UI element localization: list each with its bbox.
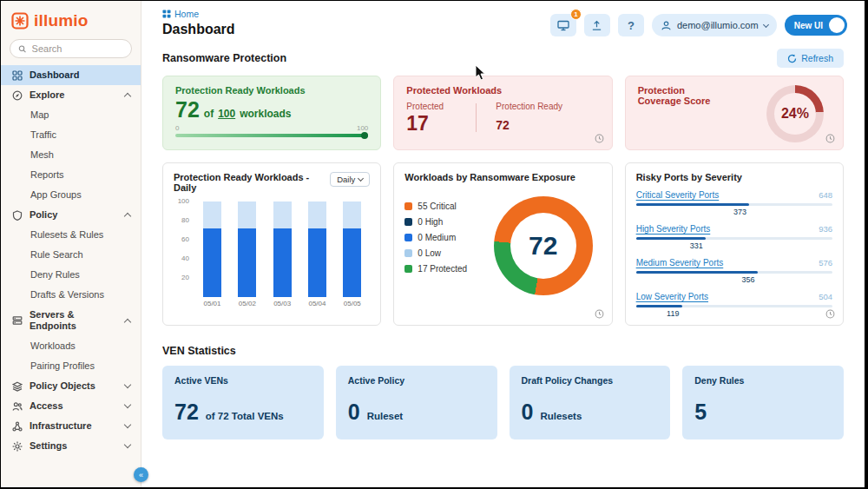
ven-value: 0 [348,401,360,423]
port-link[interactable]: Critical Severity Ports [636,190,720,200]
people-icon [11,401,23,412]
sidebar-item-label: Access [30,400,63,412]
sidebar-item-label: Infrastructure [30,420,92,432]
chevron-up-icon [124,213,131,220]
legend-item: 0 Low [404,248,467,258]
shield-icon [11,210,23,221]
sidebar-collapse-button[interactable]: « [134,467,148,482]
sidebar-nav: Dashboard Explore Map Traffic Mesh Repor… [1,65,141,487]
port-total: 504 [819,292,832,301]
port-link[interactable]: Low Severity Ports [636,292,708,301]
legend-swatch [404,249,412,257]
sidebar-item-pairing-profiles[interactable]: Pairing Profiles [1,356,141,376]
ready-total-link[interactable]: 100 [218,108,235,120]
clock-icon [595,309,604,319]
upload-icon [591,20,602,31]
range-selector[interactable]: Daily [330,172,370,187]
clock-icon [825,309,835,319]
port-total: 648 [819,190,832,200]
coverage-score: 24% [766,85,824,142]
port-bar [636,271,832,274]
chevron-down-icon [358,175,364,182]
scale-max: 100 [357,124,368,132]
chevron-up-icon [124,93,131,100]
sidebar-item-label: Servers & Endpoints [30,309,118,332]
export-button[interactable] [584,14,610,36]
bar [238,202,256,297]
risky-ports-card: Risky Ports by Severity Critical Severit… [625,162,844,326]
legend-swatch [404,202,412,210]
port-value: 356 [636,275,832,284]
protection-ready-card: Protection Ready Workloads 72 of 100 wor… [162,76,381,150]
sidebar-item-mesh[interactable]: Mesh [1,145,141,165]
legend-swatch [404,265,412,273]
sidebar-item-explore[interactable]: Explore [1,85,141,105]
server-icon [11,315,23,326]
card-title: Protection Ready Workloads [175,85,368,96]
new-ui-label: New UI [794,21,823,30]
sidebar-item-map[interactable]: Map [1,105,141,125]
whats-new-button[interactable]: 1 [550,14,576,36]
port-total: 936 [819,224,832,234]
sidebar-item-infrastructure[interactable]: Infrastructure [1,416,141,436]
chart-title: Protection Ready Workloads - Daily [174,172,330,193]
sidebar-item-drafts-versions[interactable]: Drafts & Versions [1,285,141,305]
announcement-monitor-icon [557,20,569,31]
chevron-up-icon [124,318,131,325]
card-title: Protected Workloads [406,85,599,96]
sidebar-item-deny-rules[interactable]: Deny Rules [1,265,141,285]
sidebar: illumio Dashboard Explore Map Traffic Me… [1,1,141,487]
exposure-chart-card: Workloads by Ransomware Exposure 55 Crit… [393,162,612,326]
sidebar-item-label: Settings [30,440,67,452]
chart-title: Workloads by Ransomware Exposure [404,172,601,182]
port-link[interactable]: High Severity Ports [636,224,711,234]
new-ui-toggle[interactable]: New UI [785,15,847,36]
sidebar-item-label: Explore [30,89,64,101]
chevron-down-icon [124,381,131,388]
user-menu[interactable]: demo@illumio.com [652,14,777,36]
home-icon [162,10,171,18]
sidebar-item-rulesets-rules[interactable]: Rulesets & Rules [1,225,141,245]
sidebar-item-dashboard[interactable]: Dashboard [1,65,141,85]
legend-item: 17 Protected [404,264,467,274]
ven-value: 5 [694,401,707,423]
legend-item: 0 Medium [404,233,467,242]
help-button[interactable]: ? [618,14,644,36]
sidebar-item-policy[interactable]: Policy [1,205,141,225]
app-window: illumio Dashboard Explore Map Traffic Me… [0,0,868,489]
draft-policy-changes-card: Draft Policy Changes 0 Rulesets [510,366,671,439]
sidebar-item-servers-endpoints[interactable]: Servers & Endpoints [1,305,141,336]
port-row-low: Low Severity Ports 504 119 [636,292,832,318]
sidebar-item-traffic[interactable]: Traffic [1,125,141,145]
port-value: 373 [636,208,832,216]
refresh-button[interactable]: Refresh [777,49,844,68]
question-mark-icon: ? [628,19,635,32]
sidebar-item-policy-objects[interactable]: Policy Objects [1,376,141,396]
sidebar-item-reports[interactable]: Reports [1,165,141,185]
coverage-gauge: 24% [766,85,824,142]
sidebar-item-access[interactable]: Access [1,396,141,416]
illumio-logo-icon [11,12,29,30]
search-input[interactable] [32,43,123,54]
sidebar-item-rule-search[interactable]: Rule Search [1,245,141,265]
toggle-knob [829,17,845,33]
port-bar [636,305,832,307]
network-icon [11,421,23,432]
search-icon [18,44,27,54]
port-value: 331 [636,241,832,250]
scale-min: 0 [175,124,179,132]
donut-center-value: 72 [494,196,593,295]
port-row-critical: Critical Severity Ports 648 373 [636,190,832,216]
sidebar-item-settings[interactable]: Settings [1,436,141,456]
chevron-down-icon [124,401,131,408]
clock-icon [825,134,835,143]
gear-icon [11,441,23,452]
port-link[interactable]: Medium Severity Ports [636,258,724,268]
main-area: Home Dashboard 1 ? demo@illumio.com New … [141,1,865,487]
port-row-high: High Severity Ports 936 331 [636,224,832,250]
ready-value: 72 [175,99,200,121]
protected-count: 17 [406,114,470,134]
sidebar-item-app-groups[interactable]: App Groups [1,185,141,205]
explore-compass-icon [11,90,23,101]
sidebar-item-workloads[interactable]: Workloads [1,336,141,356]
